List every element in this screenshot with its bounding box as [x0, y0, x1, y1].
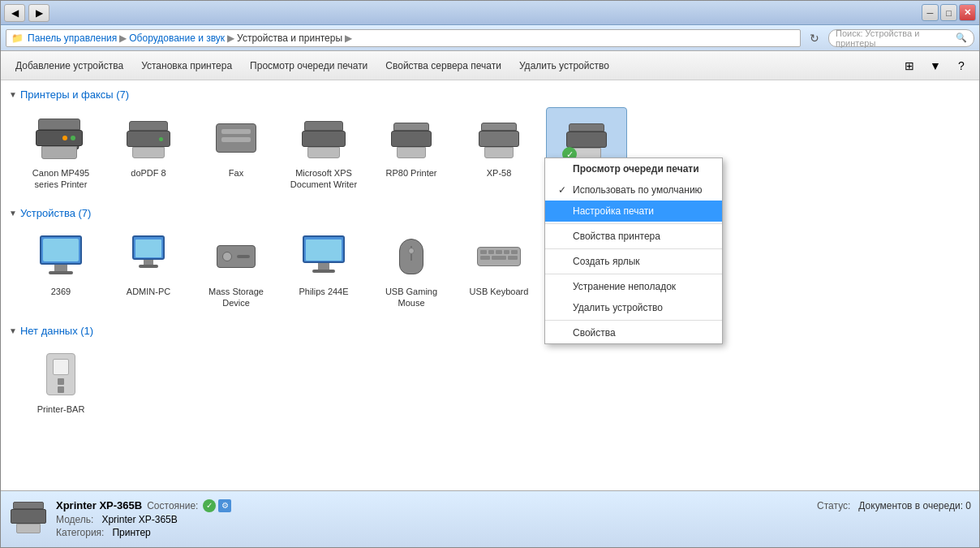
context-menu-troubleshoot[interactable]: Устранение неполадок — [545, 276, 722, 297]
device-rp80[interactable]: RP80 Printer — [371, 107, 452, 196]
title-controls: ─ □ ✕ — [922, 4, 976, 21]
device-icon-xps — [298, 112, 350, 164]
device-label-printerbar: Printer-BAR — [37, 403, 85, 415]
context-menu-print-settings[interactable]: Настройка печати — [545, 201, 722, 222]
device-philips[interactable]: Philips 244E — [283, 226, 364, 314]
main-window: ◀ ▶ ─ □ ✕ 📁 Панель управления ▶ Оборудов… — [0, 0, 980, 548]
view-dropdown-btn[interactable]: ▼ — [924, 54, 947, 77]
computer-shape-adminpc — [125, 235, 172, 278]
server-props-button[interactable]: Свойства сервера печати — [377, 54, 509, 77]
device-icon-dopdf — [122, 112, 174, 164]
context-menu-remove[interactable]: Удалить устройство — [545, 297, 722, 318]
context-menu-create-shortcut[interactable]: Создать ярлык — [545, 251, 722, 272]
breadcrumb-current: Устройства и принтеры — [237, 32, 342, 44]
device-icon-canon — [35, 112, 87, 164]
printers-grid: Canon MP495 series Printer doPDF 8 — [1, 104, 979, 204]
toolbar-right: ⊞ ▼ ? — [898, 54, 973, 77]
device-usbmouse[interactable]: USB Gaming Mouse — [371, 226, 452, 314]
device-icon-adminpc — [122, 231, 174, 283]
folder-icon: 📁 — [11, 32, 24, 44]
device-icon-philips — [298, 231, 350, 283]
device-xps[interactable]: Microsoft XPS Document Writer — [283, 107, 364, 196]
device-label-fax: Fax — [229, 167, 243, 179]
printerbar-shape — [37, 350, 84, 399]
search-box[interactable]: Поиск: Устройства и принтеры 🔍 — [828, 29, 974, 47]
device-icon-fax — [210, 112, 262, 164]
printer-shape-canon — [35, 112, 84, 161]
devices-arrow-icon: ▼ — [9, 209, 17, 218]
status-model-value: Xprinter XP-365B — [101, 514, 177, 525]
context-menu-printer-props[interactable]: Свойства принтера — [545, 226, 722, 247]
xps-shape — [300, 118, 347, 158]
device-xp58[interactable]: XP-58 — [458, 107, 539, 196]
back-btn[interactable]: ◀ — [4, 4, 25, 22]
context-menu-remove-label: Удалить устройство — [573, 302, 663, 313]
context-menu-sep1 — [545, 223, 722, 224]
status-category-label: Категория: — [56, 527, 104, 538]
context-menu-view-queue[interactable]: Просмотр очереди печати — [545, 158, 722, 179]
device-label-philips: Philips 244E — [299, 286, 348, 297]
help-button[interactable]: ? — [950, 54, 973, 77]
device-adminpc[interactable]: ADMIN-PC — [108, 226, 189, 314]
title-bar-left: ◀ ▶ — [4, 4, 49, 22]
device-2369[interactable]: 2369 — [20, 226, 101, 314]
device-fax[interactable]: Fax — [196, 107, 277, 196]
title-bar: ◀ ▶ ─ □ ✕ — [1, 1, 979, 25]
sep1: ▶ — [119, 32, 127, 44]
forward-btn[interactable]: ▶ — [28, 4, 49, 22]
device-label-usbkeyboard: USB Keyboard — [470, 286, 529, 297]
monitor-shape-philips — [300, 235, 347, 278]
refresh-button[interactable]: ↻ — [806, 29, 823, 47]
status-model-label: Модель: — [56, 514, 93, 525]
context-menu-printer-props-label: Свойства принтера — [573, 231, 660, 242]
device-label-xps: Microsoft XPS Document Writer — [288, 167, 359, 191]
breadcrumb-hardware[interactable]: Оборудование и звук — [129, 32, 225, 44]
printers-section-title: Принтеры и факсы (7) — [20, 88, 129, 101]
device-label-2369: 2369 — [51, 286, 71, 297]
device-icon-2369 — [35, 231, 87, 283]
status-status-label: Статус: — [817, 500, 850, 511]
device-icon-printerbar — [35, 348, 87, 400]
device-usbkeyboard[interactable]: USB Keyboard — [458, 226, 539, 314]
nodata-grid: Printer-BAR — [1, 340, 979, 428]
device-label-dopdf: doPDF 8 — [131, 167, 165, 179]
status-row-category: Категория: Принтер — [56, 527, 971, 538]
storage-shape — [213, 235, 260, 278]
printer-shape-dopdf — [125, 118, 172, 158]
device-canon[interactable]: Canon MP495 series Printer — [20, 107, 101, 196]
remove-device-button[interactable]: Удалить устройство — [511, 54, 617, 77]
toolbar: Добавление устройства Установка принтера… — [1, 51, 979, 80]
status-network-icon: ⚙ — [218, 499, 231, 512]
device-icon-usbmouse — [385, 231, 437, 283]
context-menu-properties[interactable]: Свойства — [545, 322, 722, 343]
breadcrumb-panel[interactable]: Панель управления — [28, 32, 117, 44]
devices-section-header[interactable]: ▼ Устройства (7) — [1, 204, 979, 222]
status-green-dot: ✓ — [203, 499, 216, 512]
device-label-canon: Canon MP495 series Printer — [25, 167, 97, 191]
printers-section-header[interactable]: ▼ Принтеры и факсы (7) — [1, 85, 979, 104]
address-path[interactable]: 📁 Панель управления ▶ Оборудование и зву… — [6, 29, 801, 47]
close-button[interactable]: ✕ — [959, 4, 976, 21]
device-massstorage[interactable]: Mass Storage Device — [196, 226, 277, 314]
device-label-massstorage: Mass Storage Device — [200, 286, 272, 309]
status-state-label: Состояние: — [147, 500, 198, 511]
content-area: ▼ Принтеры и факсы (7) — [1, 80, 979, 490]
printers-arrow-icon: ▼ — [9, 90, 17, 99]
view-icon-btn[interactable]: ⊞ — [898, 54, 921, 77]
device-printerbar[interactable]: Printer-BAR — [20, 343, 101, 420]
print-queue-button[interactable]: Просмотр очереди печати — [242, 54, 376, 77]
add-device-button[interactable]: Добавление устройства — [7, 54, 131, 77]
device-label-usbmouse: USB Gaming Mouse — [376, 286, 447, 309]
install-printer-button[interactable]: Установка принтера — [133, 54, 240, 77]
device-dopdf[interactable]: doPDF 8 — [108, 107, 189, 196]
rp80-shape — [388, 118, 435, 158]
check-set-default: ✓ — [558, 184, 568, 196]
context-menu-set-default[interactable]: ✓ Использовать по умолчанию — [545, 179, 722, 201]
sep2: ▶ — [227, 32, 234, 44]
status-row-name: Xprinter XP-365B Состояние: ✓ ⚙ Статус: … — [56, 499, 971, 512]
minimize-button[interactable]: ─ — [922, 4, 939, 21]
status-icons: ✓ ⚙ — [203, 499, 231, 512]
xp58-shape — [475, 118, 522, 158]
nodata-section-header[interactable]: ▼ Нет данных (1) — [1, 321, 979, 340]
maximize-button[interactable]: □ — [940, 4, 957, 21]
